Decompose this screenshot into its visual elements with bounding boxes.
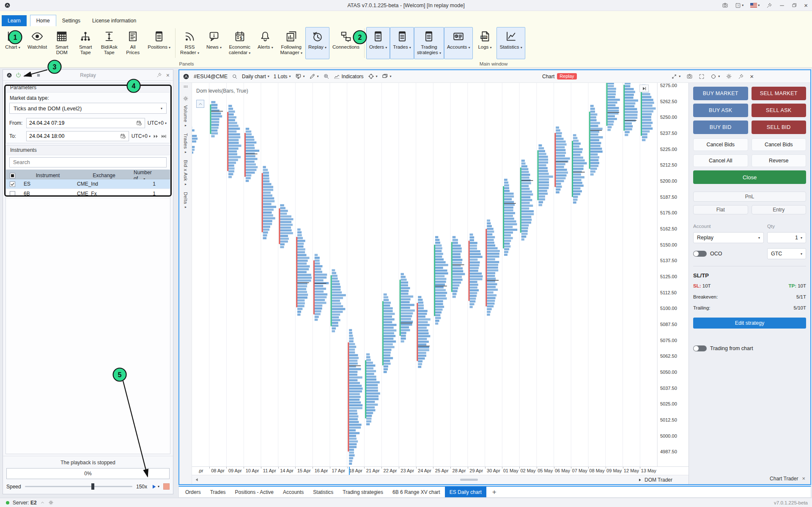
scrollbar-thumb[interactable]: [460, 479, 478, 481]
skip-forward-icon[interactable]: [153, 134, 159, 139]
jump-to-latest-button[interactable]: [639, 85, 649, 92]
power-connect-icon[interactable]: [15, 72, 22, 78]
profile-collapse-button[interactable]: [196, 100, 204, 108]
instrument-table-header[interactable]: Instrument Exchange Number of... ▾: [6, 170, 170, 179]
ribbon-trading-strategies-button[interactable]: Tradingstrategies ▾: [414, 27, 444, 59]
ribbon-statistics-button[interactable]: Statistics ▾: [497, 27, 525, 59]
to-date-input[interactable]: [29, 133, 120, 139]
pin-panel-icon[interactable]: [156, 72, 162, 78]
ribbon-chart-button[interactable]: Chart ▾: [1, 27, 25, 59]
pin-window-icon[interactable]: [766, 3, 772, 8]
workspace-tab-orders[interactable]: Orders: [181, 487, 206, 497]
close-button[interactable]: ×: [804, 2, 808, 9]
row-checkbox[interactable]: [10, 181, 15, 187]
calendar-clock-icon[interactable]: [120, 133, 126, 139]
buy-bid-button[interactable]: BUY BID: [693, 121, 748, 134]
tab-license-information[interactable]: License information: [86, 15, 142, 26]
flat-button[interactable]: Flat: [693, 205, 748, 214]
cancel-bids-button-00[interactable]: Cancel Bids: [693, 138, 748, 151]
strip-panel-trades[interactable]: Trades ▸: [183, 133, 188, 154]
instrument-row-es[interactable]: ESCME_Ind1: [6, 179, 170, 189]
ribbon-news-button[interactable]: News ▾: [202, 27, 226, 59]
strip-panel-bid-x-ask[interactable]: Bid x Ask ▸: [183, 160, 188, 186]
ribbon-alerts-button[interactable]: Alerts ▾: [253, 27, 277, 59]
help-icon[interactable]: ?▾: [735, 3, 743, 8]
reverse-button-11[interactable]: Reverse: [752, 154, 807, 167]
workspace-tab-positions-active[interactable]: Positions - Active: [230, 487, 278, 497]
fullscreen-icon[interactable]: [699, 74, 705, 79]
instrument-search-field[interactable]: [9, 157, 167, 167]
oco-toggle[interactable]: [693, 251, 707, 257]
strip-grip-icon[interactable]: [182, 84, 189, 92]
entry-button[interactable]: Entry: [752, 205, 807, 214]
ribbon-rss-reader-button[interactable]: RSSReader ▾: [177, 27, 202, 59]
sell-ask-button[interactable]: SELL ASK: [752, 104, 807, 117]
drawing-tools-icon[interactable]: ▾: [309, 73, 319, 79]
chart-scrollbar[interactable]: DOM Trader: [192, 475, 689, 484]
speed-slider[interactable]: [25, 486, 132, 487]
skip-to-end-icon[interactable]: [161, 134, 167, 139]
snapshot-icon[interactable]: [686, 73, 693, 79]
qty-stepper[interactable]: 1▾: [767, 232, 806, 243]
ribbon-smart-tape-button[interactable]: SmartTape: [74, 27, 97, 59]
play-icon[interactable]: [28, 73, 33, 78]
symbol-label[interactable]: #ESU4@CME: [194, 74, 228, 79]
to-timezone-dropdown[interactable]: UTC+0▾: [132, 133, 151, 139]
ribbon-accounts-button[interactable]: Accounts ▾: [444, 27, 473, 59]
workspace-tab-trading-strategies[interactable]: Trading strategies: [338, 487, 388, 497]
workspace-tab-statistics[interactable]: Statistics: [308, 487, 338, 497]
workspace-tab-trades[interactable]: Trades: [206, 487, 230, 497]
instrument-row-6b[interactable]: 6BCME_Fx1: [6, 189, 170, 199]
tab-home[interactable]: Home: [30, 15, 56, 26]
ribbon-watchlist-button[interactable]: Watchlist: [25, 27, 50, 59]
language-flag-icon[interactable]: ▾: [750, 3, 760, 8]
account-dropdown[interactable]: Replay▾: [693, 232, 764, 243]
workspace-tab-es-daily-chart[interactable]: ES Daily chart: [445, 487, 486, 497]
calendar-clock-icon[interactable]: [136, 120, 142, 126]
to-date-field[interactable]: [26, 131, 129, 141]
column-exchange[interactable]: Exchange: [77, 173, 131, 178]
price-axis[interactable]: 5275.005262.505250.005237.505225.005212.…: [657, 83, 689, 466]
from-date-field[interactable]: [26, 118, 145, 128]
strip-settings-gear-icon[interactable]: [183, 96, 189, 101]
timeframe-dropdown[interactable]: Daily chart▾: [242, 74, 269, 79]
search-icon[interactable]: [232, 74, 238, 79]
ribbon-smart-dom-button[interactable]: SmartDOM: [50, 27, 74, 59]
select-all-checkbox[interactable]: [10, 173, 15, 178]
tab-learn[interactable]: Learn: [2, 15, 27, 26]
from-timezone-dropdown[interactable]: UTC+0▾: [148, 120, 167, 126]
market-data-type-dropdown[interactable]: Ticks and the DOM (Level2)▾: [9, 103, 167, 114]
close-position-button[interactable]: Close: [693, 170, 806, 184]
sell-market-button[interactable]: SELL MARKET: [752, 87, 807, 100]
zoom-in-icon[interactable]: [323, 73, 329, 79]
dom-trader-tab[interactable]: DOM Trader: [638, 477, 686, 483]
instrument-search-input[interactable]: [10, 159, 166, 165]
ribbon-logs-button[interactable]: LOGLogs ▾: [473, 27, 497, 59]
screenshot-icon[interactable]: [722, 2, 728, 8]
tif-dropdown[interactable]: GTC▾: [767, 248, 806, 259]
price-chart[interactable]: [192, 83, 657, 466]
tab-settings[interactable]: Settings: [56, 15, 86, 26]
ribbon-following-manager-button[interactable]: FollowingManager ▾: [277, 27, 305, 59]
workspace-tab-accounts[interactable]: Accounts: [278, 487, 308, 497]
ribbon-all-prices-button[interactable]: AllPrices: [121, 27, 145, 59]
buy-market-button[interactable]: BUY MARKET: [693, 87, 748, 100]
record-stop-button[interactable]: [163, 483, 170, 490]
close-trader-icon[interactable]: ×: [802, 475, 805, 482]
time-axis[interactable]: .pr08 Apr09 Apr10 Apr11 Apr14 Apr15 Apr1…: [192, 466, 689, 475]
indicators-button[interactable]: Indicators: [334, 73, 364, 79]
crosshair-icon[interactable]: ▾: [368, 73, 378, 79]
scroll-left-icon[interactable]: [195, 477, 199, 482]
ribbon-economic-calendar-button[interactable]: $Economiccalendar ▾: [226, 27, 253, 59]
chart-plot-area[interactable]: Dom levels(Bars, True): [192, 83, 657, 466]
cancel-all-button-10[interactable]: Cancel All: [693, 154, 748, 167]
buy-ask-button[interactable]: BUY ASK: [693, 104, 748, 117]
close-chart-icon[interactable]: ×: [750, 73, 754, 80]
server-expand-icon[interactable]: [40, 500, 45, 505]
ribbon-replay-button[interactable]: Replay ▾: [305, 27, 329, 59]
pin-chart-icon[interactable]: [738, 74, 744, 79]
ribbon-bid-ask-tape-button[interactable]: Bid/AskTape: [97, 27, 121, 59]
close-panel-icon[interactable]: ×: [166, 72, 170, 79]
window-layout-icon[interactable]: ▾: [382, 73, 392, 79]
templates-icon[interactable]: ▾: [295, 73, 305, 79]
